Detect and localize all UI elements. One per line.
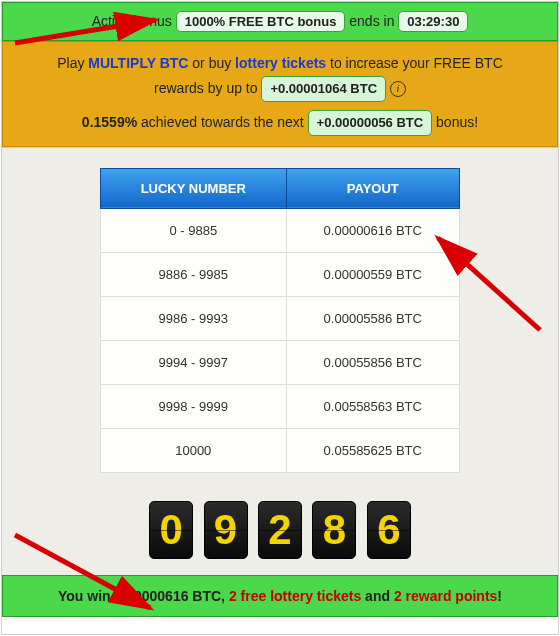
cell-payout: 0.05585625 BTC (286, 428, 459, 472)
promo-line2: rewards by up to +0.00001064 BTC i (21, 76, 539, 102)
progress-text: achieved towards the next (137, 114, 307, 130)
multiply-btc-link[interactable]: MULTIPLY BTC (88, 55, 188, 71)
cell-payout: 0.00000616 BTC (286, 208, 459, 252)
promo-text: Play (57, 55, 88, 71)
roll-digit: 0 (149, 501, 193, 559)
table-row: 9998 - 99990.00558563 BTC (101, 384, 460, 428)
active-bonus-prefix: Active bonus (92, 13, 172, 29)
progress-line: 0.1559% achieved towards the next +0.000… (21, 110, 539, 136)
bonus-pill: 1000% FREE BTC bonus (176, 11, 346, 32)
active-bonus-mid: ends in (349, 13, 394, 29)
bonus-timer: 03:29:30 (398, 11, 468, 32)
win-text: ! (497, 588, 502, 604)
cell-range: 10000 (101, 428, 287, 472)
roll-result: 0 9 2 8 6 (2, 501, 558, 559)
next-bonus-pill: +0.00000056 BTC (308, 110, 433, 136)
progress-text: bonus! (432, 114, 478, 130)
roll-digit: 2 (258, 501, 302, 559)
cell-range: 9998 - 9999 (101, 384, 287, 428)
table-row: 0 - 98850.00000616 BTC (101, 208, 460, 252)
col-lucky-number: LUCKY NUMBER (101, 168, 287, 208)
cell-range: 0 - 9885 (101, 208, 287, 252)
roll-digit: 6 (367, 501, 411, 559)
cell-payout: 0.00000559 BTC (286, 252, 459, 296)
table-row: 9886 - 99850.00000559 BTC (101, 252, 460, 296)
active-bonus-bar: Active bonus 1000% FREE BTC bonus ends i… (2, 2, 558, 41)
col-payout: PAYOUT (286, 168, 459, 208)
reward-amount-pill: +0.00001064 BTC (261, 76, 386, 102)
win-text: and (361, 588, 394, 604)
info-icon[interactable]: i (390, 81, 406, 97)
lottery-tickets-link[interactable]: lottery tickets (235, 55, 326, 71)
cell-payout: 0.00558563 BTC (286, 384, 459, 428)
cell-payout: 0.00055856 BTC (286, 340, 459, 384)
roll-digit: 9 (204, 501, 248, 559)
promo-bar: Play MULTIPLY BTC or buy lottery tickets… (2, 41, 558, 147)
promo-text: or buy (188, 55, 235, 71)
table-row: 100000.05585625 BTC (101, 428, 460, 472)
table-row: 9986 - 99930.00005586 BTC (101, 296, 460, 340)
cell-payout: 0.00005586 BTC (286, 296, 459, 340)
cell-range: 9994 - 9997 (101, 340, 287, 384)
roll-digit: 8 (312, 501, 356, 559)
win-lottery: 2 free lottery tickets (229, 588, 361, 604)
promo-text: rewards by up to (154, 80, 261, 96)
payout-table: LUCKY NUMBER PAYOUT 0 - 98850.00000616 B… (100, 168, 460, 473)
win-reward: 2 reward points (394, 588, 497, 604)
cell-range: 9886 - 9985 (101, 252, 287, 296)
progress-pct: 0.1559% (82, 114, 137, 130)
promo-line1: Play MULTIPLY BTC or buy lottery tickets… (21, 52, 539, 76)
win-message: You win 0.00000616 BTC, 2 free lottery t… (2, 575, 558, 617)
win-text: You win 0.00000616 BTC, (58, 588, 229, 604)
promo-text: to increase your FREE BTC (326, 55, 503, 71)
main-area: LUCKY NUMBER PAYOUT 0 - 98850.00000616 B… (2, 147, 558, 575)
table-row: 9994 - 99970.00055856 BTC (101, 340, 460, 384)
cell-range: 9986 - 9993 (101, 296, 287, 340)
